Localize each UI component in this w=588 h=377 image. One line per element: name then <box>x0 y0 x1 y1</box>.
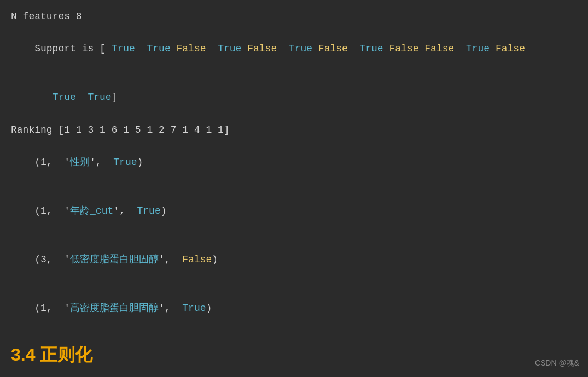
bottom-section: 3.4 正则化 <box>0 333 588 377</box>
feature-row-3: (1, '高密度脂蛋白胆固醇', True) <box>11 285 577 333</box>
support-line: Support is [ True True False True False … <box>11 25 577 74</box>
support-continuation-line: True True] <box>11 74 577 122</box>
feature-row-2: (3, '低密度脂蛋白胆固醇', False) <box>11 236 577 285</box>
code-output-block: N_features 8 Support is [ True True Fals… <box>0 0 588 377</box>
feature-row-0: (1, '性别', True) <box>11 139 577 187</box>
csdn-watermark: CSDN @魂& <box>535 358 579 368</box>
section-title: 3.4 正则化 <box>11 343 92 367</box>
ranking-line: Ranking [1 1 3 1 6 1 5 1 2 7 1 4 1 1] <box>11 122 577 139</box>
feature-row-1: (1, '年龄_cut', True) <box>11 187 577 236</box>
n-features-line: N_features 8 <box>11 9 577 25</box>
